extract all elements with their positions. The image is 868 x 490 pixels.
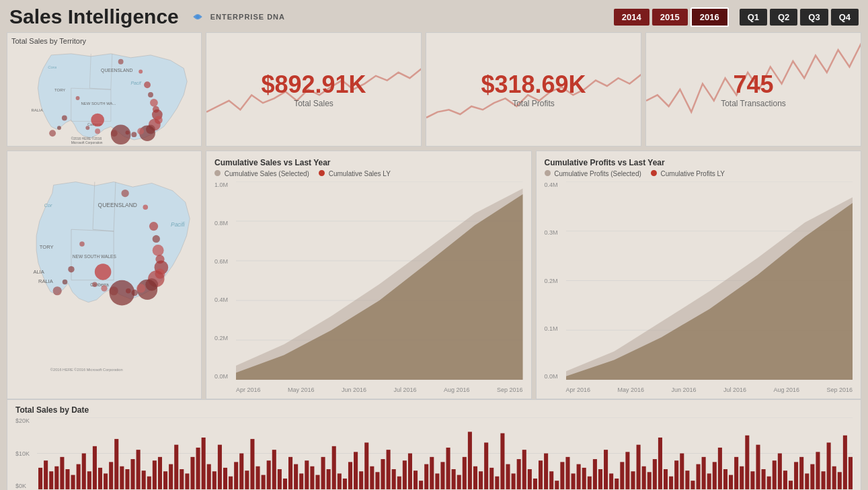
svg-rect-138 — [702, 457, 706, 489]
svg-rect-25 — [87, 471, 91, 489]
svg-rect-122 — [615, 479, 619, 489]
q1-button[interactable]: Q1 — [740, 9, 767, 26]
bubble-5 — [150, 99, 158, 107]
svg-rect-148 — [756, 445, 760, 489]
bubble-l14 — [110, 286, 118, 295]
logo-area: ENTERPRISE DNA — [188, 10, 285, 24]
app-title: Sales Intelligence — [9, 5, 179, 28]
svg-rect-85 — [413, 471, 418, 489]
svg-rect-94 — [463, 457, 467, 489]
profits-y-axis: 0.0M 0.1M 0.2M 0.3M 0.4M — [545, 181, 566, 380]
svg-rect-22 — [71, 475, 75, 489]
svg-rect-144 — [734, 457, 738, 489]
sales-selected-legend: Cumulative Sales (Selected) — [214, 170, 309, 177]
ralia-lbl-large: RALIA — [38, 278, 54, 284]
svg-rect-123 — [620, 462, 624, 489]
svg-rect-84 — [408, 454, 412, 490]
map-container: Pacif Cora QUEENSLAND TORY RALIA NEW SOU… — [11, 48, 197, 145]
svg-rect-78 — [375, 472, 379, 489]
bubble-20 — [76, 96, 80, 100]
copyright-lbl: ©2016 HERE ©2016 Microsoft Corporation — [50, 368, 123, 372]
svg-rect-125 — [631, 471, 635, 489]
logo-text: ENTERPRISE DNA — [210, 13, 285, 21]
svg-rect-44 — [190, 457, 194, 489]
bubble-l3 — [149, 222, 158, 231]
svg-rect-135 — [685, 471, 689, 489]
svg-rect-95 — [468, 432, 472, 489]
total-profits-label: Total Profits — [512, 99, 555, 108]
q2-button[interactable]: Q2 — [770, 9, 797, 26]
svg-rect-28 — [104, 473, 108, 489]
svg-rect-162 — [832, 466, 836, 489]
ralia-label: RALIA — [32, 108, 43, 112]
kpi-total-sales: $892.91K Total Sales — [206, 32, 422, 147]
svg-rect-158 — [810, 464, 814, 489]
total-transactions-value: 745 — [733, 71, 773, 99]
svg-rect-75 — [359, 471, 363, 489]
svg-rect-33 — [130, 459, 134, 489]
svg-rect-131 — [664, 469, 668, 489]
svg-rect-17 — [44, 460, 48, 489]
svg-rect-149 — [762, 469, 766, 489]
svg-rect-136 — [691, 481, 695, 489]
bubble-l20 — [79, 241, 85, 247]
svg-rect-140 — [713, 462, 717, 489]
q4-button[interactable]: Q4 — [831, 9, 859, 26]
svg-rect-133 — [674, 460, 678, 489]
year-2015-button[interactable]: 2015 — [652, 9, 688, 26]
svg-rect-137 — [697, 464, 701, 489]
svg-rect-57 — [262, 475, 266, 489]
cumulative-profits-card: Cumulative Profits vs Last Year Cumulati… — [536, 151, 862, 399]
bubble-12 — [131, 132, 136, 137]
year-2016-button[interactable]: 2016 — [691, 7, 729, 27]
svg-rect-27 — [98, 468, 102, 489]
svg-rect-23 — [77, 464, 81, 489]
svg-rect-151 — [773, 460, 777, 489]
bottom-row: Total Sales by Date $0K $10K $20K — [7, 399, 861, 490]
pacific-label: Pacif — [130, 81, 141, 85]
year-2014-button[interactable]: 2014 — [614, 9, 649, 26]
svg-rect-103 — [512, 473, 516, 489]
middle-row: QUEENSLAND Pacifi Cor TORY ALIA RALIA NE… — [7, 151, 861, 399]
svg-rect-124 — [625, 452, 629, 489]
bubble-l4 — [153, 235, 160, 243]
bubble-3 — [144, 81, 151, 88]
svg-rect-159 — [816, 452, 820, 489]
svg-rect-79 — [381, 459, 385, 489]
top-row: Total Sales by Territory Pacif Cora QUEE… — [7, 32, 861, 147]
bubble-15 — [95, 128, 100, 134]
svg-rect-83 — [403, 460, 407, 489]
svg-rect-31 — [120, 466, 124, 489]
bubble-l-nsw — [95, 263, 112, 280]
svg-rect-71 — [338, 473, 342, 489]
svg-rect-36 — [147, 477, 151, 489]
kpi-total-transactions: 745 Total Transactions — [645, 32, 861, 147]
svg-rect-130 — [658, 438, 662, 489]
svg-rect-55 — [250, 439, 254, 489]
svg-rect-139 — [707, 473, 711, 489]
territory-label: TORY — [54, 88, 65, 92]
bubble-16 — [85, 126, 89, 130]
map-large-container: QUEENSLAND Pacifi Cor TORY ALIA RALIA NE… — [15, 161, 193, 393]
svg-rect-109 — [544, 454, 548, 490]
bottom-bars-container — [37, 417, 853, 489]
svg-rect-42 — [180, 469, 184, 489]
header-left: Sales Intelligence ENTERPRISE DNA — [9, 5, 285, 28]
svg-rect-61 — [283, 479, 287, 489]
sales-ly-dot — [319, 170, 325, 176]
svg-rect-126 — [637, 445, 641, 489]
svg-rect-114 — [571, 473, 576, 489]
svg-rect-105 — [522, 450, 526, 489]
svg-rect-156 — [799, 457, 803, 489]
q3-button[interactable]: Q3 — [800, 9, 828, 26]
qld-label: QUEENSLAND — [101, 68, 132, 73]
svg-rect-142 — [723, 469, 727, 489]
cumulative-sales-title: Cumulative Sales vs Last Year — [214, 158, 523, 167]
bottom-y-axis: $0K $10K $20K — [15, 417, 37, 489]
msft-label: Microsoft Corporation — [71, 141, 103, 145]
svg-rect-152 — [778, 454, 782, 490]
svg-rect-26 — [93, 446, 97, 489]
svg-rect-87 — [424, 464, 428, 489]
sales-x-axis: Apr 2016 May 2016 Jun 2016 Jul 2016 Aug … — [236, 386, 523, 393]
cumulative-profits-title: Cumulative Profits vs Last Year — [545, 158, 853, 167]
